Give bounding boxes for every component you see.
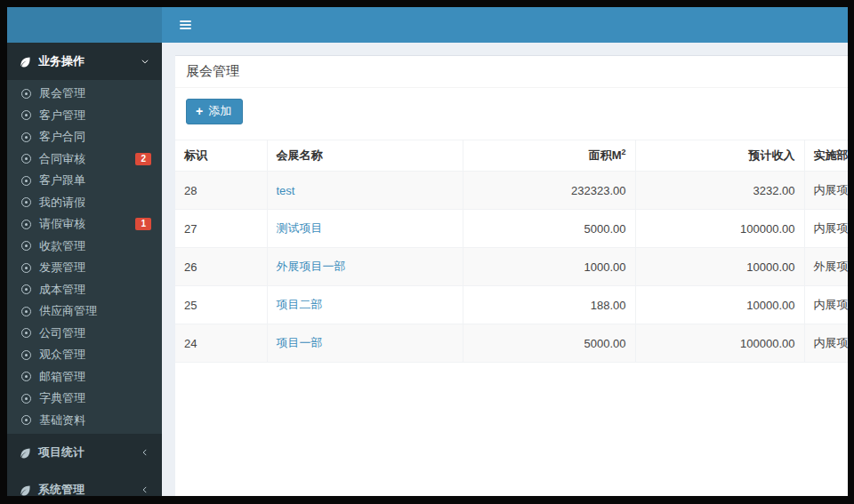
sidebar-item-supplier-management[interactable]: 供应商管理 [7, 300, 162, 323]
sidebar-item-label: 字典管理 [39, 392, 85, 405]
sidebar-item-label: 客户管理 [39, 109, 85, 123]
sidebar-section-system-management[interactable]: 系统管理 [7, 471, 162, 496]
cell-income: 3232.00 [635, 172, 804, 210]
cell-dept: 内展项目一部 [804, 172, 848, 210]
cell-id: 24 [175, 324, 267, 363]
sidebar-item-label: 收款管理 [39, 240, 85, 253]
treeview-menu: 展会管理客户管理客户合同合同审核2客户跟单我的请假请假审核1收款管理发票管理成本… [7, 80, 162, 434]
cell-id: 25 [175, 286, 267, 324]
sidebar-item-label: 观众管理 [39, 348, 85, 362]
cell-dept: 外展项目一部 [804, 248, 848, 286]
exhibition-box: 展会管理 + 添加 标识会展名称面积M2预计收入实施部门 28test23232… [175, 55, 848, 496]
circle-icon [21, 328, 31, 338]
sidebar-section-label: 系统管理 [38, 482, 85, 496]
sidebar-section-label: 业务操作 [38, 53, 85, 69]
cell-name: 项目二部 [267, 286, 463, 324]
table-row: 27测试项目5000.00100000.00内展项目一部 [175, 210, 848, 248]
sidebar-item-label: 公司管理 [39, 327, 85, 340]
sidebar-menu: 业务操作展会管理客户管理客户合同合同审核2客户跟单我的请假请假审核1收款管理发票… [7, 43, 162, 496]
leaf-icon [20, 484, 31, 496]
sidebar-section-project-statistics[interactable]: 项目统计 [7, 434, 162, 471]
sidebar-item-label: 发票管理 [39, 261, 85, 275]
column-header-name: 会展名称 [267, 140, 463, 172]
sidebar-item-label: 我的请假 [39, 196, 85, 210]
circle-icon [21, 372, 31, 381]
sidebar-section-label: 项目统计 [38, 444, 85, 460]
cell-income: 100000.00 [635, 210, 804, 248]
sidebar-item-customer-contract[interactable]: 客户合同 [7, 126, 162, 148]
cell-dept: 内展项目一部 [804, 210, 848, 248]
sidebar-item-company-management[interactable]: 公司管理 [7, 323, 162, 345]
screen: 业务操作展会管理客户管理客户合同合同审核2客户跟单我的请假请假审核1收款管理发票… [7, 7, 848, 496]
column-header-dept: 实施部门 [804, 140, 848, 172]
sidebar-item-cost-management[interactable]: 成本管理 [7, 279, 162, 301]
cell-name: 外展项目一部 [267, 248, 463, 286]
sidebar-item-dictionary-management[interactable]: 字典管理 [7, 388, 162, 410]
circle-icon [21, 394, 31, 404]
cell-area: 188.00 [463, 286, 635, 324]
sidebar-item-label: 请假审核 [39, 218, 85, 231]
cell-income: 10000.00 [635, 248, 804, 286]
circle-icon [21, 220, 31, 229]
sidebar-item-customer-follow-up[interactable]: 客户跟单 [7, 170, 162, 192]
cell-area: 5000.00 [463, 210, 635, 248]
sidebar-item-label: 邮箱管理 [39, 371, 85, 384]
table-body: 28test232323.003232.00内展项目一部27测试项目5000.0… [175, 172, 848, 363]
notification-badge: 1 [135, 218, 151, 230]
content-area: 展会管理 + 添加 标识会展名称面积M2预计收入实施部门 28test23232… [162, 43, 848, 496]
cell-area: 1000.00 [463, 248, 635, 286]
page-title: 展会管理 [186, 63, 848, 80]
sidebar-item-my-leave[interactable]: 我的请假 [7, 192, 162, 214]
logo-area [7, 7, 162, 43]
sidebar-item-exhibition-management[interactable]: 展会管理 [7, 83, 162, 105]
leaf-icon [20, 56, 31, 68]
sidebar-item-label: 客户合同 [39, 131, 85, 144]
sidebar: 业务操作展会管理客户管理客户合同合同审核2客户跟单我的请假请假审核1收款管理发票… [7, 7, 162, 496]
circle-icon [21, 415, 31, 425]
leaf-icon [20, 447, 31, 459]
app-frame: 业务操作展会管理客户管理客户合同合同审核2客户跟单我的请假请假审核1收款管理发票… [0, 0, 854, 504]
circle-icon [21, 197, 31, 207]
table-header-row: 标识会展名称面积M2预计收入实施部门 [175, 140, 848, 172]
sidebar-item-label: 基础资料 [39, 414, 85, 428]
box-header: 展会管理 [175, 56, 848, 88]
chevron-left-icon [141, 448, 149, 457]
sidebar-item-audience-management[interactable]: 观众管理 [7, 344, 162, 366]
add-button-label: 添加 [208, 103, 231, 119]
exhibition-link[interactable]: 项目二部 [277, 298, 323, 311]
cell-income: 10000.00 [635, 286, 804, 324]
sidebar-item-mailbox-management[interactable]: 邮箱管理 [7, 366, 162, 388]
sidebar-item-leave-review[interactable]: 请假审核1 [7, 213, 162, 236]
sidebar-item-label: 合同审核 [39, 153, 85, 166]
plus-icon: + [196, 106, 203, 117]
exhibition-link[interactable]: 测试项目 [277, 221, 323, 235]
sidebar-item-contract-review[interactable]: 合同审核2 [7, 148, 162, 171]
cell-name: 测试项目 [267, 210, 463, 248]
sidebar-section-business-operations[interactable]: 业务操作 [7, 43, 162, 80]
exhibition-link[interactable]: test [277, 184, 295, 197]
circle-icon [21, 263, 31, 273]
cell-id: 27 [175, 210, 267, 248]
circle-icon [21, 132, 31, 142]
exhibition-link[interactable]: 外展项目一部 [277, 260, 346, 273]
cell-name: 项目一部 [267, 324, 463, 363]
sidebar-item-label: 成本管理 [39, 284, 85, 297]
circle-icon [21, 350, 31, 360]
sidebar-item-invoice-management[interactable]: 发票管理 [7, 257, 162, 279]
cell-area: 5000.00 [463, 324, 635, 363]
table-row: 28test232323.003232.00内展项目一部 [175, 172, 848, 210]
sidebar-item-customer-management[interactable]: 客户管理 [7, 105, 162, 127]
exhibition-link[interactable]: 项目一部 [277, 336, 323, 349]
cell-income: 100000.00 [635, 324, 804, 363]
cell-dept: 内展项目一部 [804, 324, 848, 363]
table-row: 25项目二部188.0010000.00内展项目二部 [175, 286, 848, 324]
add-button[interactable]: + 添加 [186, 99, 243, 124]
sidebar-item-label: 客户跟单 [39, 174, 85, 188]
sidebar-item-payment-management[interactable]: 收款管理 [7, 236, 162, 258]
sidebar-toggle-icon[interactable] [172, 12, 198, 38]
sidebar-item-basic-data[interactable]: 基础资料 [7, 410, 162, 432]
notification-badge: 2 [135, 153, 151, 165]
circle-icon [21, 307, 31, 316]
sidebar-item-label: 展会管理 [39, 87, 85, 100]
column-header-id: 标识 [175, 140, 267, 172]
